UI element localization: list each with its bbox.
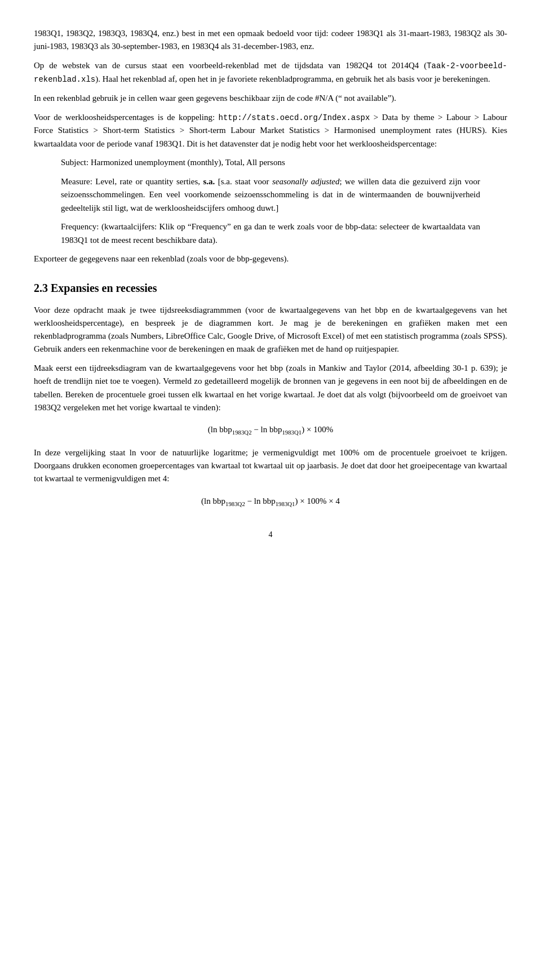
page-number: 4 [34,529,507,541]
paragraph-5: Exporteer de gegegevens naar een rekenbl… [34,252,507,265]
paragraph-8: In deze vergelijking staat ln voor de na… [34,446,507,486]
frequency-value: (kwartaalcijfers: Klik op “Frequency” en… [61,222,480,244]
section-number: 2.3 [34,282,48,294]
measure-italic: seasonally adjusted [272,177,340,186]
para4-url[interactable]: http://stats.oecd.org/Index.aspx [219,113,370,122]
paragraph-3: In een rekenblad gebruik je in cellen wa… [34,92,507,105]
indent-measure: Measure: Level, rate or quantity serties… [61,175,480,215]
subject-value: Harmonized unemployment (monthly), Total… [91,158,285,167]
paragraph-7: Maak eerst een tijdreeksdiagram van de k… [34,362,507,414]
measure-value: Level, rate or quantity serties, [95,177,200,186]
section-title: Expansies en recessies [51,282,157,294]
measure-label: Measure: [61,177,92,186]
para4-intro: Voor de werkloosheidspercentages is de k… [34,113,219,122]
paragraph-1: 1983Q1, 1983Q2, 1983Q3, 1983Q4, enz.) be… [34,27,507,54]
paragraph-6: Voor deze opdracht maak je twee tijdsree… [34,304,507,356]
para2-part1: Op de webstek van de cursus staat een vo… [34,61,427,70]
subject-label: Subject: [61,158,88,167]
math-block-2: (ln bbp1983Q2 − ln bbp1983Q1) × 100% × 4 [34,495,507,509]
indent-subject: Subject: Harmonized unemployment (monthl… [61,156,480,169]
math-block-1: (ln bbp1983Q2 − ln bbp1983Q1) × 100% [34,423,507,437]
paragraph-2: Op de webstek van de cursus staat een vo… [34,59,507,86]
section-heading-23: 2.3 Expansies en recessies [34,280,507,297]
paragraph-4: Voor de werkloosheidspercentages is de k… [34,111,507,150]
math2-text: (ln bbp1983Q2 − ln bbp1983Q1) × 100% × 4 [201,496,340,505]
measure-bold: s.a. [203,177,215,186]
math1-text: (ln bbp1983Q2 − ln bbp1983Q1) × 100% [208,425,333,434]
main-content: 1983Q1, 1983Q2, 1983Q3, 1983Q4, enz.) be… [34,27,507,541]
indent-frequency: Frequency: (kwartaalcijfers: Klik op “Fr… [61,220,480,247]
frequency-label: Frequency: [61,222,99,231]
para2-part2: ). Haal het rekenblad af, open het in je… [95,74,490,83]
